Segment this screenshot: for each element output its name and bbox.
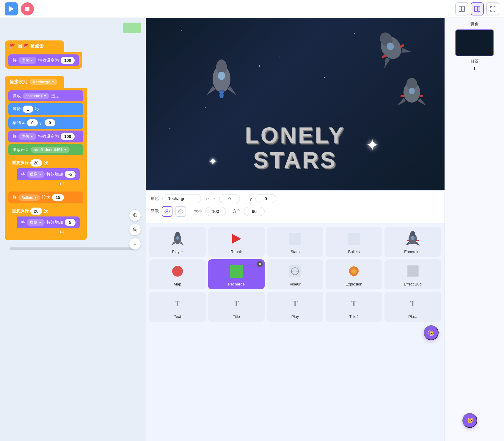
receive-dropdown[interactable]: Recharge ▼ — [30, 79, 57, 85]
layout-split-button[interactable] — [455, 2, 468, 15]
effect-dropdown-2[interactable]: 虚像 ▼ — [18, 133, 36, 140]
bullets-dropdown[interactable]: Bullets ▼ — [18, 194, 40, 201]
repeat-hat-1[interactable]: 重复执行 20 次 — [12, 159, 80, 167]
x-input[interactable] — [219, 194, 240, 203]
stage-thumbnail[interactable] — [455, 29, 494, 56]
y-arrow: ↕ — [244, 196, 246, 202]
sprite-cell-play[interactable]: T Play — [267, 292, 324, 322]
sprite-controls: 角色 ↔ x ↕ y 显示 — [146, 190, 445, 223]
sprite-cell-effectbug[interactable]: Effect Bug — [384, 259, 441, 289]
sprite-cell-repair[interactable]: Repair — [208, 227, 265, 257]
white-star-deco-2: ✦ — [208, 155, 218, 168]
costume-dropdown[interactable]: costume1 ▼ — [23, 93, 49, 99]
sprite-name-pla2: Pla... — [408, 314, 417, 319]
zoom-controls: = — [129, 209, 141, 250]
horizontal-scrollbar[interactable] — [10, 247, 136, 250]
svg-rect-33 — [401, 95, 404, 97]
enemy-rocket-2 — [397, 77, 427, 108]
size-input[interactable] — [205, 207, 226, 216]
green-flag-button[interactable] — [5, 2, 18, 15]
effect-dropdown-3[interactable]: 虚像 ▼ — [27, 171, 45, 178]
move-to-block[interactable]: 移到 x: 0 y: 0 — [8, 117, 83, 129]
wait-block[interactable]: 等待 1 秒 — [8, 103, 83, 115]
sprite-cell-map[interactable]: Map — [149, 259, 206, 289]
effect-dropdown-1[interactable]: 虚像 ▼ — [18, 57, 36, 64]
stage-panel-label: 舞台 — [470, 21, 479, 27]
sprite-cell-title2[interactable]: T Title2 — [326, 292, 382, 322]
add-sprite-button[interactable]: 🐱 — [424, 325, 439, 340]
block-body-2: 换成 costume1 ▼ 造型 等待 1 秒 移到 x: 0 y: 0 将 — [5, 88, 87, 240]
layout-fullscreen-button[interactable] — [486, 2, 499, 15]
green-indicator — [123, 23, 141, 33]
direction-input[interactable] — [244, 207, 265, 216]
hide-button[interactable] — [175, 206, 186, 217]
effect-set-block-2[interactable]: 将 虚像 ▼ 特效设定为 100 — [8, 131, 83, 142]
repeat-block-1: 重复执行 20 次 将 虚像 ▼ 特效增加 -5 ↩ — [8, 157, 83, 190]
stop-button[interactable] — [21, 2, 34, 15]
sprite-name-bullets: Bullets — [348, 249, 360, 254]
show-label: 显示 — [150, 209, 159, 214]
visibility-row: 显示 大小 方向 — [150, 206, 440, 217]
svg-marker-31 — [418, 98, 426, 106]
sound-dropdown[interactable]: sci_fi_door-6451 ▼ — [31, 147, 70, 153]
top-bar — [0, 0, 504, 18]
sprite-cell-enemies[interactable]: Ennemies — [384, 227, 441, 257]
effect-change-block-2[interactable]: 将 虚像 ▼ 特效增加 5 — [17, 216, 80, 228]
sprite-name-label: 角色 — [150, 196, 159, 201]
svg-line-8 — [136, 216, 137, 217]
svg-rect-6 — [478, 6, 480, 12]
sprite-name-stars: Stars — [291, 249, 299, 254]
sprite-cell-pla2[interactable]: T Pla... — [384, 292, 441, 322]
effect-set-block-1[interactable]: 将 虚像 ▼ 特效设定为 100 — [8, 54, 79, 66]
sprite-icon-play: T — [286, 295, 304, 313]
svg-rect-53 — [407, 240, 409, 241]
sprite-cell-title[interactable]: T Title — [208, 292, 265, 322]
svg-rect-67 — [408, 266, 418, 276]
svg-marker-30 — [398, 98, 406, 106]
sprite-cell-bullets[interactable]: Bullets — [326, 227, 382, 257]
svg-rect-2 — [25, 7, 29, 11]
center-panel: ✦ ✦ LONELYSTARS 角色 ↔ x ↕ y 显示 — [146, 18, 445, 441]
hat-block-2[interactable]: 当接收到 Recharge ▼ — [5, 76, 64, 88]
add-stage-button[interactable]: 🐱 — [462, 413, 477, 428]
effect-dropdown-4[interactable]: 虚像 ▼ — [27, 219, 45, 226]
sprite-icon-explosion — [345, 262, 363, 280]
sprite-cell-text[interactable]: T Text — [149, 292, 206, 322]
zoom-in-button[interactable] — [129, 209, 141, 221]
sprite-cell-stars[interactable]: Stars — [267, 227, 324, 257]
left-panel: 🚩 当 🚩 被点击 将 虚像 ▼ 特效设定为 100 当接收到 Recharge… — [0, 18, 146, 441]
repeat-hat-2[interactable]: 重复执行 20 次 — [12, 208, 80, 215]
y-input[interactable] — [255, 194, 276, 203]
set-bullets-block[interactable]: 将 Bullets ▼ 设为 15 — [8, 192, 83, 203]
zoom-out-button[interactable] — [129, 224, 141, 236]
top-bar-controls — [5, 2, 34, 15]
svg-rect-1 — [9, 6, 10, 12]
nested-block-2: 将 虚像 ▼ 特效增加 5 — [17, 216, 80, 228]
sprite-icon-recharge — [227, 262, 245, 280]
sprite-cell-recharge[interactable]: ✕ Recharge — [208, 259, 265, 289]
play-sound-block[interactable]: 播放声音 sci_fi_door-6451 ▼ — [8, 144, 83, 155]
svg-rect-46 — [348, 233, 360, 245]
svg-point-43 — [176, 236, 179, 240]
costume-block[interactable]: 换成 costume1 ▼ 造型 — [8, 90, 83, 101]
enemy-rocket-1 — [373, 30, 409, 67]
flag-icon: 🚩 — [10, 43, 15, 49]
sprite-icon-enemies — [404, 230, 422, 248]
sprite-icon-player — [169, 230, 186, 248]
hat-block-1[interactable]: 🚩 当 🚩 被点击 — [5, 40, 64, 52]
sprite-name-play: Play — [291, 314, 299, 319]
sprite-cell-explosion[interactable]: Explosion — [326, 259, 382, 289]
svg-text:🐱: 🐱 — [429, 331, 434, 335]
svg-rect-55 — [230, 265, 243, 278]
sprite-name-text: Text — [174, 314, 181, 319]
sprite-icon-effectbug — [404, 262, 422, 280]
zoom-fit-button[interactable]: = — [129, 238, 141, 250]
svg-line-38 — [179, 210, 183, 213]
sprite-cell-viseur[interactable]: Viseur — [267, 259, 324, 289]
effect-change-block-1[interactable]: 将 虚像 ▼ 特效增加 -5 — [17, 168, 80, 180]
sprite-cell-player[interactable]: Player — [149, 227, 206, 257]
layout-code-button[interactable] — [471, 2, 484, 15]
sprite-delete-recharge[interactable]: ✕ — [257, 261, 263, 267]
show-button[interactable] — [162, 206, 172, 217]
sprite-name-input[interactable] — [162, 194, 201, 203]
